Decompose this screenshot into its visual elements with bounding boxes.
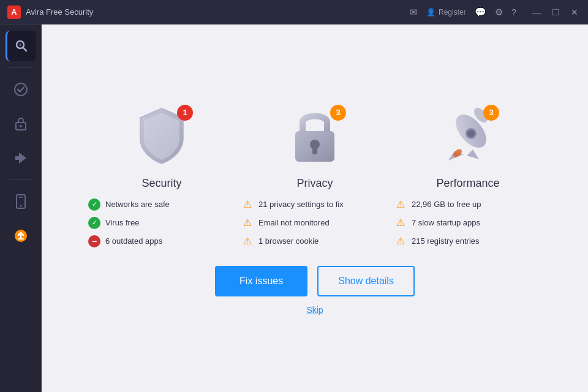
svg-marker-18 <box>467 149 479 159</box>
main-content: 1 Security ✓ Networks are safe ✓ Virus f… <box>42 24 588 392</box>
sidebar-item-security[interactable] <box>6 74 36 105</box>
security-icon-area: 1 <box>128 102 195 170</box>
issue-email: ⚠ Email not monitored <box>241 217 388 229</box>
svg-rect-14 <box>312 147 317 154</box>
issue-apps: − 6 outdated apps <box>88 235 235 247</box>
privacy-column: 3 Privacy ⚠ 21 privacy settings to fix ⚠… <box>241 102 388 247</box>
svg-line-1 <box>23 48 27 51</box>
user-icon: 👤 <box>426 8 435 17</box>
privacy-icon-area: 3 <box>281 102 349 170</box>
register-button[interactable]: 👤 Register <box>426 8 466 17</box>
svg-point-5 <box>20 125 22 127</box>
email-icon[interactable]: ✉ <box>410 7 418 18</box>
action-buttons: Fix issues Show details <box>215 266 415 296</box>
performance-column: 3 Performance ⚠ 22,96 GB to free up ⚠ 7 … <box>394 102 541 247</box>
maximize-button[interactable]: ☐ <box>549 6 562 18</box>
svg-point-2 <box>19 43 21 46</box>
performance-issues: ⚠ 22,96 GB to free up ⚠ 7 slow startup a… <box>394 198 541 247</box>
avira-logo: A <box>7 6 21 19</box>
issue-networks: ✓ Networks are safe <box>88 198 235 211</box>
app-title: Avira Free Security <box>26 7 93 17</box>
svg-point-3 <box>15 83 27 96</box>
issue-privacy-settings: ⚠ 21 privacy settings to fix <box>241 198 388 211</box>
minimize-button[interactable]: — <box>530 6 543 18</box>
svg-point-8 <box>20 205 21 207</box>
skip-link[interactable]: Skip <box>306 305 323 315</box>
settings-icon[interactable]: ⚙ <box>495 7 503 18</box>
privacy-title: Privacy <box>296 177 333 190</box>
svg-marker-6 <box>15 153 26 164</box>
check-icon-virus: ✓ <box>88 217 100 229</box>
security-title: Security <box>141 177 181 190</box>
issue-storage: ⚠ 22,96 GB to free up <box>394 198 541 211</box>
columns-container: 1 Security ✓ Networks are safe ✓ Virus f… <box>88 102 541 247</box>
performance-badge: 3 <box>483 105 499 121</box>
performance-title: Performance <box>436 177 499 190</box>
check-icon-networks: ✓ <box>88 198 100 211</box>
sidebar-item-performance[interactable] <box>6 143 36 173</box>
security-column: 1 Security ✓ Networks are safe ✓ Virus f… <box>88 102 235 247</box>
issue-cookie: ⚠ 1 browser cookie <box>241 235 388 247</box>
sidebar-item-device[interactable] <box>6 186 36 217</box>
chat-icon[interactable]: 💬 <box>475 7 486 18</box>
performance-icon-area: 3 <box>434 102 502 170</box>
sidebar-item-upgrade[interactable] <box>6 221 36 251</box>
privacy-badge: 3 <box>330 105 346 121</box>
minus-icon-apps: − <box>88 235 100 247</box>
warning-icon-registry: ⚠ <box>394 235 407 247</box>
warning-icon-email: ⚠ <box>241 217 254 229</box>
help-icon[interactable]: ? <box>511 7 516 17</box>
issue-virus: ✓ Virus free <box>88 217 235 229</box>
show-details-button[interactable]: Show details <box>317 266 415 296</box>
sidebar-item-privacy[interactable] <box>6 108 36 139</box>
fix-issues-button[interactable]: Fix issues <box>215 266 307 296</box>
title-bar: A Avira Free Security ✉ 👤 Register 💬 ⚙ ?… <box>0 0 588 24</box>
close-button[interactable]: ✕ <box>568 6 581 18</box>
warning-icon-startup: ⚠ <box>394 217 407 229</box>
warning-icon-storage: ⚠ <box>394 198 407 211</box>
issue-registry: ⚠ 215 registry entries <box>394 235 541 247</box>
warning-icon-privacy: ⚠ <box>241 198 254 211</box>
warning-icon-cookie: ⚠ <box>241 235 254 247</box>
svg-point-20 <box>467 130 475 137</box>
security-issues: ✓ Networks are safe ✓ Virus free − 6 out… <box>88 198 235 247</box>
sidebar-item-search[interactable] <box>6 31 36 61</box>
sidebar <box>0 24 42 392</box>
issue-startup: ⚠ 7 slow startup apps <box>394 217 541 229</box>
security-badge: 1 <box>177 105 193 121</box>
privacy-issues: ⚠ 21 privacy settings to fix ⚠ Email not… <box>241 198 388 247</box>
